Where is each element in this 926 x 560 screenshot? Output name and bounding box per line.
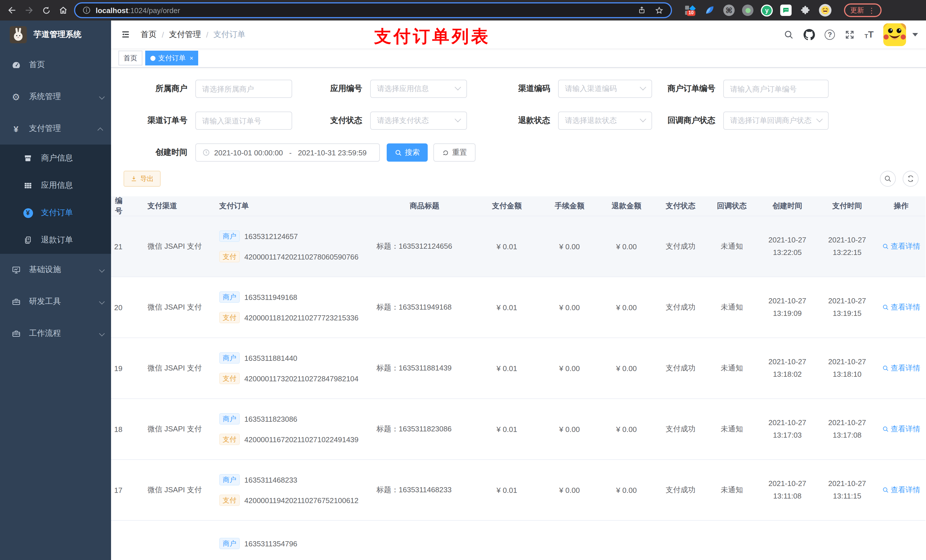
fee-amount-cell: ¥ 0.00 [541, 303, 598, 312]
sidebar-item-label: 支付管理 [29, 124, 61, 134]
chevron-down-icon [99, 329, 103, 338]
address-bar[interactable]: localhost:1024/pay/order [74, 2, 672, 18]
hamburger-icon[interactable] [116, 21, 135, 48]
order-number: 1635312124657 [244, 232, 298, 240]
update-label: 更新 [850, 5, 864, 15]
product-title-cell: 标题：1635312124656 [373, 241, 473, 252]
order-number: 1635311881440 [244, 354, 297, 362]
briefcase-icon [11, 329, 21, 338]
sidebar-item-infrastructure[interactable]: 基础设施 [0, 254, 111, 286]
sidebar-logo[interactable]: 芋道管理系统 [0, 21, 111, 49]
sidebar-item-refund-order[interactable]: 退款订单 [0, 226, 111, 254]
app-filter-select[interactable]: 请选择应用信息 [370, 80, 467, 98]
refund-amount-cell: ¥ 0.00 [598, 486, 655, 494]
tab-pay-order[interactable]: 支付订单 × [145, 51, 198, 65]
sidebar-item-payment[interactable]: ¥ 支付管理 [0, 113, 111, 145]
browser-update-button[interactable]: 更新 ⋮ [844, 3, 882, 17]
notify-status-filter-select[interactable]: 请选择订单回调商户状态 [723, 112, 829, 130]
breadcrumb-section[interactable]: 支付管理 [169, 29, 201, 39]
view-detail-link[interactable]: 查看详情 [882, 485, 920, 495]
view-detail-link[interactable]: 查看详情 [882, 424, 920, 434]
merchant-tag: 商户 [219, 413, 240, 424]
sidebar-item-app-info[interactable]: 应用信息 [0, 172, 111, 199]
order-number: 4200001173202110272847982104 [244, 374, 359, 383]
extension-grid-icon[interactable]: 10 [683, 4, 696, 17]
sidebar-item-merchant-info[interactable]: 商户信息 [0, 145, 111, 172]
notify-status-cell: 未通知 [706, 363, 757, 373]
search-button[interactable]: 搜索 [387, 143, 428, 162]
fullscreen-icon[interactable] [844, 29, 855, 39]
breadcrumb-home[interactable]: 首页 [141, 29, 157, 39]
view-detail-link[interactable]: 查看详情 [882, 302, 920, 312]
help-icon[interactable]: ? [825, 29, 835, 39]
sidebar-item-workflow[interactable]: 工作流程 [0, 318, 111, 349]
action-cell: 查看详情 [877, 485, 925, 495]
sidebar-item-label: 首页 [29, 60, 45, 70]
create-time-cell: 2021-10-2713:22:05 [757, 234, 817, 259]
browser-forward-button[interactable] [23, 4, 35, 17]
app-title: 芋道管理系统 [33, 30, 82, 40]
sidebar-item-label: 系统管理 [29, 92, 61, 102]
pay-order-cell: 商户1635311881440支付42000011732021102728479… [213, 352, 373, 384]
browser-home-button[interactable] [57, 4, 70, 17]
order-number: 4200001167202110271022491439 [244, 435, 359, 444]
bookmark-star-icon[interactable] [654, 5, 664, 15]
profile-avatar-icon[interactable] [819, 4, 831, 17]
fee-amount-cell: ¥ 0.00 [541, 425, 598, 433]
browser-reload-button[interactable] [40, 4, 52, 17]
extension-kite-icon[interactable] [703, 4, 716, 17]
browser-menu-icon[interactable]: ⋮ [868, 6, 875, 14]
col-header-pay-status: 支付状态 [655, 201, 706, 211]
pay-status-cell: 支付成功 [655, 485, 706, 495]
col-header-action: 操作 [877, 201, 925, 211]
merchant-filter-input[interactable] [195, 80, 292, 98]
view-detail-link[interactable]: 查看详情 [882, 363, 920, 373]
channel-code-filter-select[interactable]: 请输入渠道编码 [558, 80, 652, 98]
channel-order-no-filter-input[interactable] [195, 112, 292, 130]
col-header-id: 编号 [111, 196, 126, 216]
github-icon[interactable] [803, 29, 815, 40]
sidebar-item-home[interactable]: 首页 [0, 49, 111, 81]
refresh-button[interactable] [903, 171, 918, 187]
sidebar-item-label: 支付订单 [41, 208, 73, 218]
tags-view: 首页 支付订单 × [111, 48, 926, 68]
pay-order-cell: 商户1635312124657支付42000011742021102780605… [213, 231, 373, 263]
tab-home[interactable]: 首页 [118, 51, 142, 65]
toggle-search-button[interactable] [880, 171, 896, 187]
notify-status-cell: 未通知 [706, 485, 757, 495]
reset-button[interactable]: 重置 [433, 143, 475, 162]
pay-status-cell: 支付成功 [655, 424, 706, 434]
merchant-tag: 商户 [219, 474, 240, 486]
sidebar-item-system[interactable]: ⚙ 系统管理 [0, 81, 111, 113]
col-header-refund: 退款金额 [598, 201, 655, 211]
caret-down-icon[interactable] [912, 33, 918, 36]
browser-back-button[interactable] [6, 4, 18, 17]
extension-dot-icon[interactable] [742, 5, 754, 16]
view-detail-link[interactable]: 查看详情 [882, 241, 920, 252]
font-size-icon[interactable]: TT [864, 30, 874, 39]
close-icon[interactable]: × [189, 55, 193, 61]
pay-tag: 支付 [219, 434, 240, 445]
site-info-icon[interactable] [82, 6, 91, 15]
merchant-order-no-filter-input[interactable] [723, 80, 829, 98]
sidebar-item-label: 商户信息 [41, 153, 73, 163]
refund-amount-cell: ¥ 0.00 [598, 364, 655, 373]
extension-chat-icon[interactable] [780, 5, 791, 16]
export-button[interactable]: 导出 [124, 171, 160, 187]
extension-command-icon[interactable]: ⌘ [723, 5, 735, 16]
extension-y-icon[interactable]: y [761, 4, 773, 16]
refund-status-filter-select[interactable]: 请选择退款状态 [558, 112, 652, 130]
grid-icon [23, 181, 33, 190]
share-icon[interactable] [637, 6, 646, 15]
pay-time-cell: 2021-10-2713:18:10 [817, 356, 877, 381]
extension-badge: 10 [687, 10, 695, 16]
sidebar-item-pay-order[interactable]: ¥ 支付订单 [0, 199, 111, 226]
notify-status-cell: 未通知 [706, 424, 757, 434]
sidebar-item-dev-tools[interactable]: 研发工具 [0, 286, 111, 318]
pay-time-cell: 2021-10-2713:22:15 [817, 234, 877, 259]
create-time-range-picker[interactable]: 2021-10-01 00:00:00 - 2021-10-31 23:59:5… [195, 143, 380, 162]
search-icon[interactable] [784, 29, 794, 39]
extensions-puzzle-icon[interactable] [799, 4, 811, 17]
user-avatar[interactable] [883, 23, 906, 46]
pay-status-filter-select[interactable]: 请选择支付状态 [370, 112, 467, 130]
